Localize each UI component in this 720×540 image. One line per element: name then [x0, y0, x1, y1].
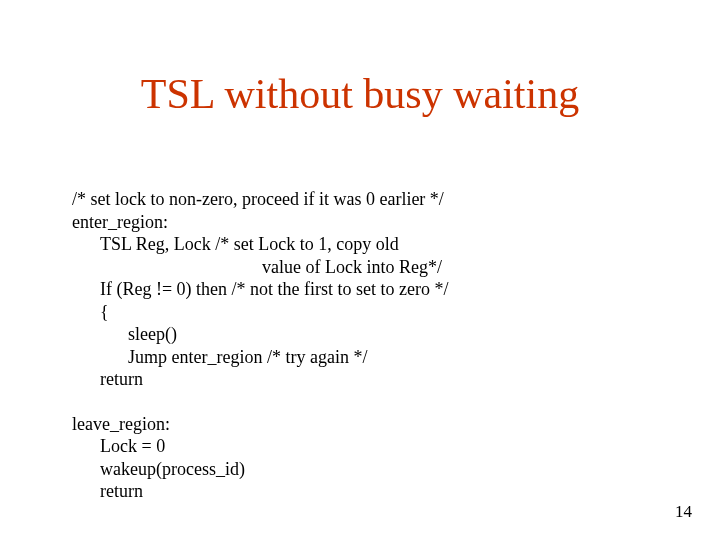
page-number: 14 [675, 502, 692, 522]
code-line: TSL Reg, Lock /* set Lock to 1, copy old [72, 233, 672, 256]
code-line: return [72, 480, 672, 503]
code-line: value of Lock into Reg*/ [72, 256, 672, 279]
code-line: Jump enter_region /* try again */ [72, 346, 672, 369]
slide: TSL without busy waiting /* set lock to … [0, 0, 720, 540]
code-line: { [72, 301, 672, 324]
code-line: return [72, 368, 672, 391]
code-line: sleep() [72, 323, 672, 346]
slide-title: TSL without busy waiting [0, 70, 720, 118]
code-line: enter_region: [72, 212, 168, 232]
slide-body: /* set lock to non-zero, proceed if it w… [72, 188, 672, 503]
code-line: /* set lock to non-zero, proceed if it w… [72, 189, 444, 209]
code-line: If (Reg != 0) then /* not the first to s… [72, 278, 672, 301]
blank-line [72, 391, 672, 413]
code-line: Lock = 0 [72, 435, 672, 458]
code-line: leave_region: [72, 414, 170, 434]
code-line: wakeup(process_id) [72, 458, 672, 481]
